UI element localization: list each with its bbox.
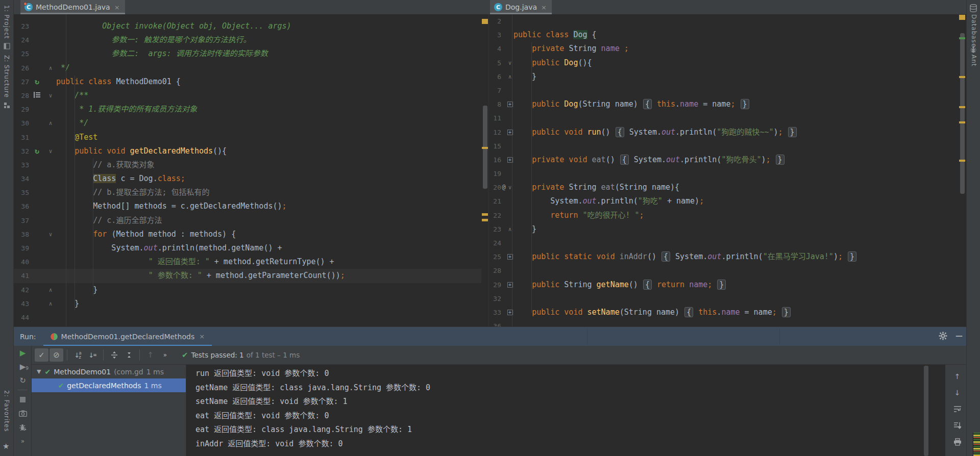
editor-dog[interactable]: 23public class Dog {4 private String nam…	[488, 14, 959, 326]
close-icon[interactable]: ×	[114, 4, 120, 11]
code-line[interactable]: 37 // c.遍历全部方法	[14, 214, 488, 227]
code-line[interactable]: 29 * 1.获得类中的所有成员方法对象	[14, 103, 488, 116]
previous-failed-test-button[interactable]: ↑	[143, 348, 157, 362]
code-line[interactable]: 35 // b.提取全部方法; 包括私有的	[14, 186, 488, 199]
soft-wrap-icon[interactable]	[953, 404, 962, 414]
code-line[interactable]: 28	[488, 264, 959, 277]
code-line[interactable]: 22 return "吃的很开心! ";	[488, 209, 959, 222]
tab-methoddemo01-java[interactable]: C MethodDemo01.java ×	[20, 0, 125, 14]
show-ignored-toggle[interactable]: ⊘	[50, 348, 63, 362]
project-panel-icon[interactable]	[4, 43, 10, 49]
code-line[interactable]: 36	[488, 319, 959, 326]
more-chevron-icon[interactable]: »	[14, 434, 32, 448]
stripe-mark[interactable]	[482, 147, 488, 149]
scrollbar-right-editor[interactable]	[959, 14, 966, 326]
code-line[interactable]: 16+ private void eat() { System.out.prin…	[488, 153, 959, 167]
stop-button[interactable]	[14, 393, 32, 407]
toolwindow-project[interactable]: 1: Project	[3, 5, 10, 39]
code-line[interactable]: 23 Object invoke(Object obj, Object... a…	[14, 19, 488, 33]
code-line[interactable]: 24 参数一: 触发的是哪个对象的方法执行。	[14, 33, 488, 47]
code-line[interactable]: 43∧ }	[14, 297, 488, 311]
code-line[interactable]: 29+ public String getName() { return nam…	[488, 278, 959, 292]
code-line[interactable]: 34 Class c = Dog.class;	[14, 172, 488, 186]
fold-end-icon[interactable]: ∧	[45, 116, 56, 130]
code-line[interactable]: 33 // a.获取类对象	[14, 158, 488, 172]
gear-icon[interactable]	[939, 332, 947, 340]
code-line[interactable]: 15	[488, 139, 959, 153]
minimize-icon[interactable]: —	[955, 332, 963, 340]
scroll-down-icon[interactable]: ↓	[953, 388, 962, 397]
print-icon[interactable]	[953, 437, 962, 446]
scrollbar-thumb[interactable]	[960, 33, 965, 194]
code-line[interactable]: 12+ public void run() { System.out.print…	[488, 125, 959, 139]
code-line[interactable]: 44	[14, 311, 488, 324]
code-line[interactable]: 32↻∨ public void getDeclaredMethods(){	[14, 144, 488, 158]
toolwindow-structure[interactable]: Z: Structure	[3, 55, 10, 98]
fold-start-icon[interactable]: ∨	[45, 227, 56, 241]
code-line[interactable]: 27↻public class MethodDemo01 {	[14, 75, 488, 89]
scrollbar-left-editor[interactable]	[481, 14, 488, 326]
code-line[interactable]: 11	[488, 111, 959, 125]
code-line[interactable]: 5∨ public Dog(){	[488, 56, 959, 70]
show-passed-toggle[interactable]: ✓	[35, 348, 48, 362]
expand-triangle-icon[interactable]: ▼	[37, 368, 41, 375]
sort-alphabetically-button[interactable]: ↓az	[71, 348, 85, 362]
code-line[interactable]: 4 private String name ;	[488, 42, 959, 56]
toolwindow-database[interactable]: Database	[970, 14, 977, 47]
close-icon[interactable]: ×	[541, 4, 547, 11]
code-line[interactable]: 33+ public void setName(String name) { t…	[488, 306, 959, 319]
code-line[interactable]: 39 System.out.println(method.getName() +	[14, 241, 488, 255]
code-line[interactable]: 7	[488, 84, 959, 97]
tab-dog-java[interactable]: C Dog.java ×	[490, 0, 552, 14]
scroll-up-icon[interactable]: ↑	[953, 372, 962, 381]
code-line[interactable]: 25+ public static void inAddr() { System…	[488, 250, 959, 264]
toolwindow-favorites[interactable]: 2: Favorites	[3, 390, 10, 432]
code-line[interactable]: 24	[488, 236, 959, 250]
structure-panel-icon[interactable]	[4, 102, 10, 109]
annotation-gutter-icon[interactable]: @	[501, 181, 506, 194]
fold-start-icon[interactable]: ∨	[45, 89, 56, 103]
test-passed-run-icon[interactable]: ↻	[29, 75, 45, 89]
code-line[interactable]: 19	[488, 167, 959, 181]
code-line[interactable]: 6∧ }	[488, 70, 959, 84]
code-line[interactable]: 8+ public Dog(String name) { this.name =…	[488, 97, 959, 111]
test-settings-icon[interactable]	[14, 420, 32, 434]
code-line[interactable]: 23∧ }	[488, 222, 959, 236]
stripe-mark[interactable]	[482, 219, 488, 221]
collapse-all-button[interactable]	[122, 348, 136, 362]
stripe-mark[interactable]	[959, 160, 965, 162]
stripe-mark[interactable]	[959, 121, 965, 123]
fold-end-icon[interactable]: ∧	[45, 297, 56, 311]
code-line[interactable]: 21 System.out.println("狗吃" + name);	[488, 194, 959, 208]
refresh-icon[interactable]: ↻	[14, 373, 32, 387]
fold-end-icon[interactable]: ∧	[45, 283, 56, 297]
stripe-mark[interactable]	[959, 106, 965, 108]
console-output[interactable]: run 返回值类型: void 参数个数: 0getName 返回值类型: cl…	[186, 365, 945, 456]
console-scrollbar[interactable]	[924, 366, 928, 456]
code-line[interactable]: 28∨ /**	[14, 89, 488, 103]
code-line[interactable]: 40 " 返回值类型: " + method.getReturnType() +	[14, 255, 488, 269]
code-line[interactable]: 31 @Test	[14, 131, 488, 144]
stripe-warning-square[interactable]	[482, 19, 488, 24]
fold-start-icon[interactable]: ∨	[45, 144, 56, 158]
code-line[interactable]: 30∧ */	[14, 116, 488, 130]
stripe-mark[interactable]	[959, 76, 965, 78]
code-line[interactable]: 3public class Dog {	[488, 28, 959, 42]
code-line[interactable]: 41 " 参数个数: " + method.getParameterCount(…	[14, 269, 488, 283]
code-line[interactable]: 20@∨ private String eat(String name){	[488, 181, 959, 194]
toolbar-more-chevron[interactable]: »	[158, 348, 172, 362]
stripe-mark[interactable]	[482, 213, 488, 216]
sort-by-duration-button[interactable]: ↓≡	[86, 348, 100, 362]
stripe-mark[interactable]	[959, 37, 965, 39]
code-line[interactable]: 25 参数二: args: 调用方法时传递的实际参数	[14, 47, 488, 61]
scroll-to-end-icon[interactable]	[953, 421, 962, 430]
favorites-star-icon[interactable]: ★	[3, 442, 9, 451]
editor-methoddemo01[interactable]: 23 Object invoke(Object obj, Object... a…	[14, 14, 488, 326]
close-icon[interactable]: ×	[199, 333, 205, 340]
code-line[interactable]: 2	[488, 14, 959, 28]
code-line[interactable]: 32	[488, 292, 959, 306]
fold-end-icon[interactable]: ∧	[45, 61, 56, 75]
stripe-warning-square[interactable]	[959, 15, 965, 20]
toolwindow-ant[interactable]: Ant	[970, 55, 977, 67]
test-passed-run-icon[interactable]: ↻	[29, 144, 45, 158]
